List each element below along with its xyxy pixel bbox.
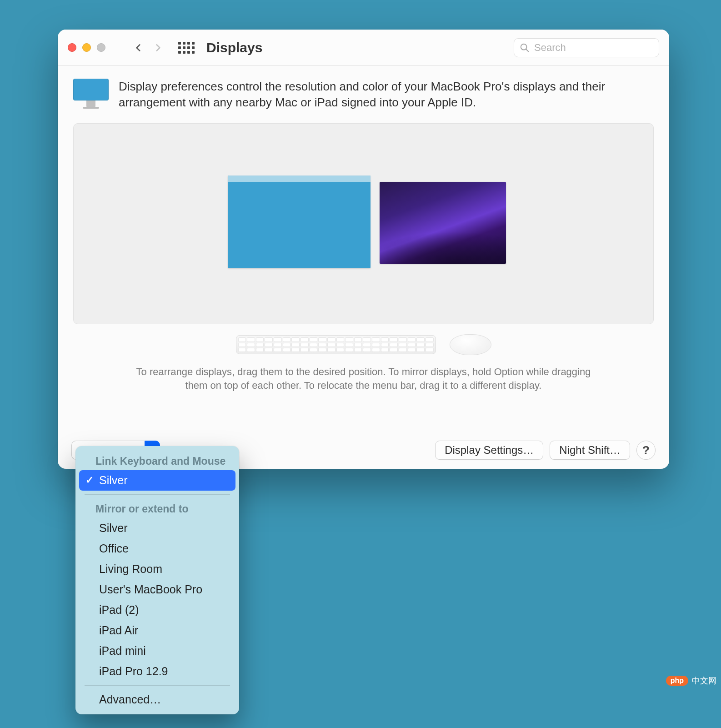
mouse-icon bbox=[450, 334, 491, 355]
menu-item[interactable]: Office bbox=[79, 538, 235, 559]
menu-item[interactable]: iPad mini bbox=[79, 641, 235, 661]
forward-button[interactable] bbox=[148, 38, 168, 58]
menu-section-mirror: Mirror or extend to bbox=[75, 498, 239, 518]
search-input[interactable] bbox=[534, 42, 653, 54]
maximize-icon[interactable] bbox=[97, 43, 105, 52]
window-controls bbox=[68, 43, 105, 52]
devices-illustration bbox=[73, 334, 654, 355]
intro-row: Display preferences control the resoluti… bbox=[73, 79, 654, 110]
watermark-badge: php bbox=[666, 676, 688, 686]
back-button[interactable] bbox=[128, 38, 148, 58]
keyboard-icon bbox=[236, 335, 436, 354]
menu-item[interactable]: iPad Air bbox=[79, 620, 235, 641]
display-thumb-primary[interactable] bbox=[228, 176, 371, 268]
close-icon[interactable] bbox=[68, 43, 76, 52]
menu-item-advanced[interactable]: Advanced… bbox=[79, 689, 235, 710]
add-display-menu[interactable]: Link Keyboard and Mouse Silver Mirror or… bbox=[75, 446, 239, 714]
display-settings-button[interactable]: Display Settings… bbox=[435, 441, 543, 460]
chevron-right-icon bbox=[154, 41, 163, 54]
titlebar: Displays bbox=[58, 30, 669, 66]
display-thumb-secondary[interactable] bbox=[380, 182, 506, 264]
night-shift-button[interactable]: Night Shift… bbox=[550, 441, 630, 460]
menu-separator bbox=[85, 685, 230, 686]
hint-text: To rearrange displays, drag them to the … bbox=[127, 365, 600, 392]
menu-separator bbox=[85, 494, 230, 495]
watermark: php 中文网 bbox=[666, 675, 716, 686]
menu-item[interactable]: iPad (2) bbox=[79, 600, 235, 620]
arrangement-area[interactable] bbox=[73, 123, 654, 324]
menu-item[interactable]: User's MacBook Pro bbox=[79, 579, 235, 600]
svg-line-1 bbox=[526, 49, 528, 51]
show-all-button[interactable] bbox=[176, 38, 196, 58]
menu-item[interactable]: Living Room bbox=[79, 559, 235, 579]
page-title: Displays bbox=[206, 40, 262, 55]
watermark-text: 中文网 bbox=[692, 675, 716, 686]
help-button[interactable]: ? bbox=[636, 441, 656, 460]
display-icon bbox=[73, 79, 109, 109]
intro-text: Display preferences control the resoluti… bbox=[119, 79, 641, 110]
preferences-window: Displays Display preferences control the… bbox=[58, 30, 669, 469]
menu-item[interactable]: iPad Pro 12.9 bbox=[79, 661, 235, 682]
menu-item[interactable]: Silver bbox=[79, 470, 235, 491]
body: Display preferences control the resoluti… bbox=[58, 66, 669, 392]
grid-icon bbox=[178, 42, 195, 54]
search-icon bbox=[520, 43, 530, 53]
chevron-left-icon bbox=[134, 41, 143, 54]
menu-section-link: Link Keyboard and Mouse bbox=[75, 451, 239, 470]
search-field[interactable] bbox=[514, 38, 659, 57]
minimize-icon[interactable] bbox=[82, 43, 91, 52]
menu-item[interactable]: Silver bbox=[79, 518, 235, 538]
